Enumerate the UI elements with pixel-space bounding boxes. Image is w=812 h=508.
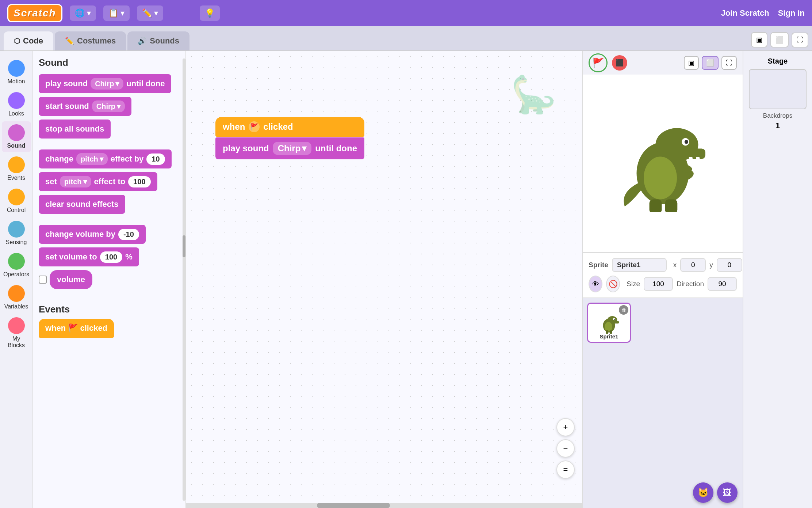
y-input[interactable] (717, 258, 742, 272)
save-menu-button[interactable]: 📋 ▾ (103, 5, 130, 21)
volume-change-value[interactable]: -10 (118, 229, 139, 240)
globe-menu-button[interactable]: 🌐 ▾ (70, 5, 96, 21)
zoom-in-button[interactable]: + (556, 418, 575, 436)
costumes-tab-label: Costumes (77, 36, 116, 46)
sidebar-item-motion[interactable]: Motion (2, 57, 31, 88)
sidebar-item-looks[interactable]: Looks (2, 89, 31, 120)
effect-value-1[interactable]: 10 (146, 153, 165, 165)
sidebar-item-events[interactable]: Events (2, 153, 31, 184)
canvas-chirp-pill[interactable]: Chirp ▾ (273, 142, 312, 155)
horiz-scrollbar[interactable] (186, 503, 582, 508)
big-stage-button[interactable]: ⬜ (702, 56, 719, 70)
join-scratch-link[interactable]: Join Scratch (721, 8, 769, 18)
chirp-dropdown-2: ▾ (117, 102, 120, 111)
hide-sprite-button[interactable]: 🚫 (606, 276, 620, 292)
x-label: x (673, 261, 677, 269)
small-stage-button[interactable]: ▣ (684, 56, 699, 70)
scratch-logo[interactable]: Scratch (7, 4, 62, 22)
tab-costumes[interactable]: ✏️ Costumes (55, 31, 126, 50)
edit-menu-button[interactable]: ✏️ ▾ (137, 5, 163, 21)
chirp-pill-1[interactable]: Chirp ▾ (91, 78, 123, 90)
set-pitch-effect-block[interactable]: set pitch ▾ effect to 100 (39, 172, 157, 191)
svg-rect-14 (613, 321, 619, 324)
volume-checkbox[interactable] (39, 276, 47, 284)
chirp-pill-2[interactable]: Chirp ▾ (92, 101, 125, 112)
green-flag-button[interactable]: 🚩 (589, 53, 608, 72)
sensing-circle (8, 221, 25, 238)
play-sound-until-done-block[interactable]: play sound Chirp ▾ until done (39, 74, 171, 93)
tab-sounds[interactable]: 🔊 Sounds (127, 31, 189, 50)
pitch-dropdown-2: ▾ (83, 177, 87, 186)
sound-circle (8, 124, 25, 141)
blocks-scrollbar-thumb[interactable] (183, 235, 185, 257)
fullscreen-button[interactable]: ⛶ (792, 33, 808, 48)
svg-point-16 (614, 319, 615, 320)
tips-button[interactable]: 💡 (200, 5, 220, 21)
sidebar-item-sensing[interactable]: Sensing (2, 218, 31, 249)
horiz-scrollbar-thumb[interactable] (317, 503, 390, 508)
sidebar-item-control[interactable]: Control (2, 186, 31, 216)
motion-circle (8, 60, 25, 77)
control-circle (8, 189, 25, 205)
myblocks-circle (8, 317, 25, 334)
pitch-label-1: pitch (81, 155, 98, 163)
volume-reporter-row: volume (39, 270, 180, 289)
start-sound-block[interactable]: start sound Chirp ▾ (39, 97, 131, 116)
control-label: Control (7, 207, 26, 213)
events-block-preview[interactable]: when 🚩 clicked (39, 319, 114, 338)
pitch-pill-1[interactable]: pitch ▾ (76, 153, 108, 165)
right-area: 🚩 ⬛ ▣ ⬜ ⛶ (582, 51, 743, 508)
effect-value-2[interactable]: 100 (128, 176, 150, 187)
stop-button[interactable]: ⬛ (612, 55, 627, 71)
chirp-pill-1-text: Chirp (95, 80, 114, 88)
fit-button[interactable]: = (556, 460, 575, 479)
stop-all-sounds-block[interactable]: stop all sounds (39, 120, 111, 139)
sprite-canvas-hint: 🦕 (511, 73, 556, 116)
sprite-name-input[interactable] (612, 258, 667, 272)
volume-reporter-block[interactable]: volume (50, 270, 92, 289)
sidebar-item-sound[interactable]: Sound (2, 121, 31, 152)
events-section-title: Events (39, 304, 180, 315)
add-backdrop-button[interactable]: 🖼 (717, 482, 738, 503)
change-volume-block[interactable]: change volume by -10 (39, 225, 146, 244)
stage-side-panel: Stage Backdrops 1 (743, 51, 812, 508)
tab-code[interactable]: ⬡ Code (4, 31, 53, 50)
sidebar-item-variables[interactable]: Variables (2, 282, 31, 313)
main-layout: Motion Looks Sound Events Control Sensin… (0, 51, 812, 508)
sign-in-link[interactable]: Sign in (778, 8, 805, 18)
x-input[interactable] (680, 258, 706, 272)
split-view-button[interactable]: ▣ (751, 32, 767, 48)
sprite-delete-button[interactable]: 🗑 (619, 305, 628, 315)
add-sprite-button[interactable]: 🐱 (693, 482, 713, 503)
direction-input[interactable] (708, 277, 737, 291)
full-editor-button[interactable]: ⬜ (770, 32, 789, 48)
zoom-out-button[interactable]: − (556, 439, 575, 458)
clear-sound-effects-block[interactable]: clear sound effects (39, 195, 125, 214)
pitch-label-2: pitch (64, 178, 82, 186)
operators-label: Operators (3, 271, 29, 278)
scroll-controls: + − = (556, 418, 575, 479)
pitch-pill-2[interactable]: pitch ▾ (60, 176, 91, 187)
volume-value[interactable]: 100 (100, 251, 122, 263)
fullscreen-stage-button[interactable]: ⛶ (721, 56, 737, 70)
show-sprite-button[interactable]: 👁 (589, 276, 602, 292)
canvas-play-sound-label: play sound (223, 143, 269, 153)
sensing-label: Sensing (6, 239, 27, 246)
svg-rect-9 (650, 200, 662, 212)
blocks-scrollbar[interactable] (183, 58, 185, 501)
sidebar-item-myblocks[interactable]: My Blocks (2, 314, 31, 352)
variables-circle (8, 285, 25, 302)
sounds-tab-icon: 🔊 (138, 37, 147, 45)
change-pitch-effect-block[interactable]: change pitch ▾ effect by 10 (39, 149, 172, 168)
script-area[interactable]: 🦕 when 🚩 clicked play sound Chirp ▾ unti… (186, 51, 582, 508)
canvas-event-block[interactable]: when 🚩 clicked (215, 117, 364, 137)
sprite-thumb-sprite1[interactable]: Sprite1 🗑 (587, 303, 631, 343)
motion-label: Motion (7, 78, 25, 85)
size-input[interactable] (644, 277, 673, 291)
sidebar-item-operators[interactable]: Operators (2, 250, 31, 281)
looks-circle (8, 92, 25, 109)
canvas-sound-block[interactable]: play sound Chirp ▾ until done (215, 137, 364, 159)
nav-right: Join Scratch Sign in (721, 8, 805, 18)
set-volume-block[interactable]: set volume to 100 % (39, 247, 139, 266)
effect-by-label-1: effect by (111, 154, 143, 164)
